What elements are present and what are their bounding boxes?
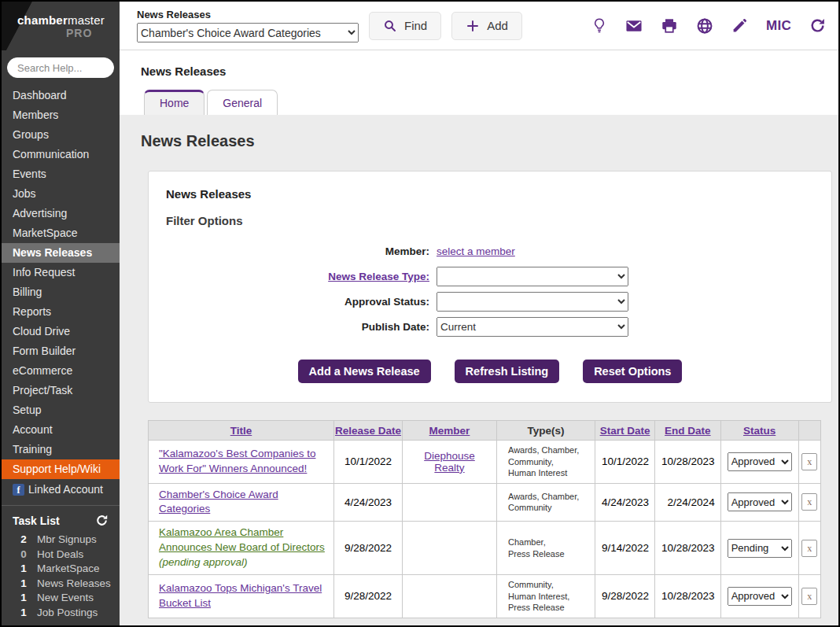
brand-pro-label: PRO [17, 27, 120, 39]
news-release-type-select[interactable] [437, 267, 628, 286]
add-news-release-button[interactable]: Add a News Release [298, 360, 431, 383]
envelope-icon[interactable] [625, 18, 643, 34]
types-cell: Community, Human Interest, Press Release [497, 575, 595, 618]
approval-status-select[interactable] [437, 292, 628, 312]
news-release-title-link[interactable]: Chamber's Choice Award Categories [159, 489, 278, 515]
plus-icon [466, 19, 480, 33]
start-date-cell: 10/1/2022 [595, 441, 655, 484]
delete-button[interactable]: x [801, 493, 817, 511]
tab-home[interactable]: Home [144, 90, 204, 115]
sidebar-nav: Dashboard Members Groups Communication E… [2, 86, 120, 500]
mic-button[interactable]: MIC [766, 18, 791, 34]
start-date-cell: 9/28/2022 [595, 575, 655, 618]
sidebar-item-setup[interactable]: Setup [2, 400, 120, 420]
sidebar-item-billing[interactable]: Billing [2, 282, 120, 302]
end-date-cell: 10/28/2023 [655, 575, 721, 618]
sidebar-item-account[interactable]: Account [2, 420, 120, 440]
sidebar-item-info-request[interactable]: Info Request [2, 263, 120, 282]
sidebar: chambermaster PRO Dashboard Members Grou… [2, 2, 120, 625]
start-date-cell: 4/24/2023 [595, 483, 655, 522]
task-list-title: Task List [13, 515, 60, 527]
sidebar-item-jobs[interactable]: Jobs [2, 184, 120, 204]
release-date-cell: 9/28/2022 [334, 575, 403, 618]
sidebar-item-linked-account[interactable]: f Linked Account [2, 479, 120, 500]
sidebar-item-ecommerce[interactable]: eCommerce [2, 361, 120, 381]
task-count: 2 [19, 533, 28, 548]
types-header: Type(s) [497, 421, 595, 441]
delete-button[interactable]: x [801, 453, 817, 470]
add-button[interactable]: Add [451, 12, 522, 40]
task-item-job-postings[interactable]: 1 Job Postings [13, 606, 112, 621]
news-release-type-label-link[interactable]: News Release Type: [328, 271, 429, 282]
sort-start-date-header[interactable]: Start Date [600, 425, 650, 437]
member-link[interactable]: Diephouse Realty [424, 450, 475, 474]
sidebar-item-dashboard[interactable]: Dashboard [2, 86, 120, 105]
sidebar-item-cloud-drive[interactable]: Cloud Drive [2, 322, 120, 341]
topbar: News Releases Chamber's Choice Award Cat… [120, 2, 838, 50]
sidebar-item-communication[interactable]: Communication [2, 145, 120, 164]
sort-status-header[interactable]: Status [743, 425, 776, 437]
delete-button[interactable]: x [801, 540, 817, 557]
reset-options-button[interactable]: Reset Options [583, 360, 682, 383]
delete-button[interactable]: x [801, 588, 817, 605]
news-release-title-link[interactable]: Kalamazoo Tops Michigan's Travel Bucket … [159, 582, 322, 609]
sort-member-header[interactable]: Member [429, 425, 470, 437]
search-help-input[interactable] [7, 57, 114, 78]
brand-light: master [68, 13, 105, 27]
sidebar-item-support-help-wiki[interactable]: Support Help/Wiki [2, 459, 120, 479]
record-select[interactable]: Chamber's Choice Award Categories [137, 23, 359, 42]
sidebar-item-reports[interactable]: Reports [2, 302, 120, 322]
news-releases-table-wrap: Title Release Date Member Type(s) Start … [148, 420, 829, 618]
lightbulb-icon[interactable] [591, 17, 607, 35]
table-row: Chamber's Choice Award Categories 4/24/2… [149, 483, 821, 522]
release-date-cell: 10/1/2022 [334, 441, 403, 484]
chambermaster-logo: chambermaster PRO [2, 2, 120, 50]
task-item-new-events[interactable]: 1 New Events [13, 591, 112, 606]
refresh-listing-button[interactable]: Refresh Listing [455, 360, 560, 383]
sort-release-date-header[interactable]: Release Date [335, 425, 401, 437]
globe-icon[interactable] [696, 17, 713, 35]
brand-name: chambermaster [17, 13, 120, 27]
select-a-member-link[interactable]: select a member [437, 245, 515, 257]
status-select[interactable]: Approved [728, 452, 792, 471]
sidebar-item-events[interactable]: Events [2, 164, 120, 184]
news-release-title-link[interactable]: Kalamazoo Area Chamber Announces New Boa… [159, 526, 325, 553]
start-date-cell: 9/14/2022 [595, 522, 655, 575]
task-list: Task List 2 Mbr Signups 0 Hot Deals 1 Ma… [2, 506, 120, 620]
sidebar-item-advertising[interactable]: Advertising [2, 204, 120, 223]
sidebar-item-members[interactable]: Members [2, 105, 120, 125]
task-list-refresh-icon[interactable] [95, 514, 109, 527]
status-select[interactable]: Approved [728, 492, 792, 511]
sidebar-item-training[interactable]: Training [2, 440, 120, 459]
types-cell: Chamber, Press Release [497, 522, 595, 575]
refresh-icon[interactable] [809, 17, 826, 34]
sort-title-header[interactable]: Title [230, 425, 252, 437]
task-count: 1 [19, 562, 28, 577]
end-date-cell: 10/28/2023 [655, 522, 721, 575]
release-date-cell: 4/24/2023 [334, 483, 403, 522]
task-label: MarketSpace [37, 562, 100, 577]
task-item-hot-deals[interactable]: 0 Hot Deals [13, 548, 112, 562]
pencil-icon[interactable] [731, 17, 748, 34]
task-label: Mbr Signups [37, 533, 97, 548]
filter-panel-title: News Releases [166, 187, 814, 201]
release-date-cell: 9/28/2022 [334, 522, 403, 575]
task-item-news-releases[interactable]: 1 News Releases [13, 577, 112, 592]
publish-date-select[interactable]: Current [437, 317, 628, 337]
sidebar-item-marketspace[interactable]: MarketSpace [2, 223, 120, 243]
task-item-marketspace[interactable]: 1 MarketSpace [13, 562, 112, 577]
sort-end-date-header[interactable]: End Date [665, 425, 711, 437]
sidebar-item-form-builder[interactable]: Form Builder [2, 341, 120, 361]
task-item-mbr-signups[interactable]: 2 Mbr Signups [13, 533, 112, 548]
sidebar-item-news-releases[interactable]: News Releases [2, 243, 120, 263]
tab-general[interactable]: General [207, 90, 278, 115]
sidebar-item-project-task[interactable]: Project/Task [2, 381, 120, 400]
end-date-cell: 10/28/2023 [655, 441, 721, 484]
approval-status-label: Approval Status: [166, 296, 437, 308]
sidebar-item-groups[interactable]: Groups [2, 125, 120, 145]
status-select[interactable]: Pending [728, 539, 792, 558]
find-button[interactable]: Find [369, 12, 441, 40]
status-select[interactable]: Approved [728, 587, 792, 606]
news-release-title-link[interactable]: "Kalamazoo's Best Companies to Work For"… [159, 448, 315, 474]
printer-icon[interactable] [661, 17, 678, 35]
